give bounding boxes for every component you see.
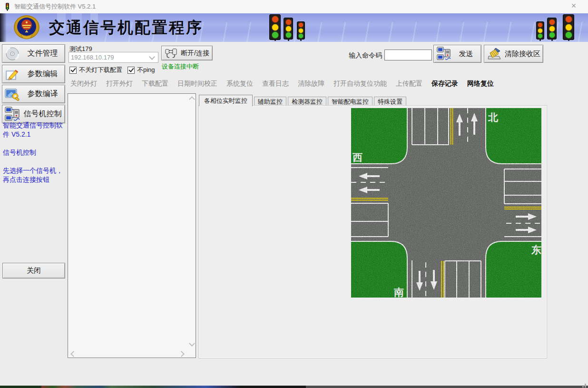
checkbox-box [69,67,77,74]
tab-special-settings[interactable]: 特殊设置 [374,97,406,106]
cd-icon [4,46,20,61]
tab-detector-monitor[interactable]: 检测器监控 [288,97,326,106]
command-code-input[interactable] [384,50,432,60]
tab-smart-power-monitor[interactable]: 智能配电监控 [328,97,372,106]
sidebar-button-file-management[interactable]: 文件管理 [2,44,65,63]
scroll-left-button[interactable] [69,350,77,358]
check-icon [70,67,76,72]
receive-area-panel[interactable] [68,93,196,358]
traffic-light-decoration [563,14,574,41]
scroll-up-button[interactable] [188,95,196,102]
checkbox-download-no-lightoff[interactable]: 不关灯下载配置 [69,66,122,74]
plug-connector-icon [165,48,178,59]
pencil-icon [4,67,20,82]
sidebar-mode-text: 信号机控制 [3,148,66,157]
connect-disconnect-button[interactable]: 断开/连接 [161,46,213,60]
menu-item-save-record[interactable]: 保存记录 [431,80,458,88]
traffic-light-decoration [284,18,293,41]
command-menu-row: 关闭外灯 打开外灯 下载配置 日期时间校正 系统复位 查看日志 清除故障 打开自… [70,80,494,88]
send-button[interactable]: 发送 [433,45,481,63]
app-window: 智能交通信号控制软件 V5.2.1 × 交通信号机配置程序 [0,0,588,388]
menu-item-system-reset[interactable]: 系统复位 [226,80,253,88]
clear-receive-area-button[interactable]: 清除接收区 [484,45,543,63]
sidebar-button-parameter-compile[interactable]: 参数编译 [2,85,65,103]
connect-button-label: 断开/连接 [178,49,212,58]
traffic-light-decoration [297,21,305,41]
checkbox-box [127,67,135,74]
traffic-light-decoration [269,14,281,41]
menu-item-open-external-lights[interactable]: 打开外灯 [106,80,133,88]
menu-item-clear-fault[interactable]: 清除故障 [298,80,324,88]
menu-item-download-config[interactable]: 下载配置 [142,80,168,88]
menu-item-view-log[interactable]: 查看日志 [262,80,289,88]
app-traffic-light-icon [4,3,11,11]
traffic-light-decoration [547,18,557,41]
intersection-monitor: 北 西 南 东 [351,108,541,298]
device-ip-combobox[interactable]: 192.168.10.179 [69,52,158,63]
titlebar: 智能交通信号控制软件 V5.2.1 × [0,0,588,13]
texture-noise [351,108,541,298]
close-icon[interactable]: × [568,1,579,11]
close-app-button[interactable]: 关闭 [2,263,65,279]
connection-status-text: 设备连接中断 [162,62,199,71]
sidebar-app-version-text: 智能交通信号控制软件 V5.2.1 [3,121,66,139]
sidebar-button-label: 参数编辑 [20,69,65,79]
police-badge-icon [12,15,41,40]
traffic-light-decoration [536,21,544,41]
menu-item-auto-reset-function[interactable]: 打开自动复位功能 [333,80,387,88]
scroll-right-button[interactable] [178,350,186,358]
clear-button-label: 清除接收区 [502,50,543,59]
computers-icon [4,107,20,122]
checkbox-label: 不关灯下载配置 [79,66,122,74]
sidebar-button-label: 信号机控制 [20,109,65,119]
resize-grip[interactable] [585,384,586,385]
menu-item-close-external-lights[interactable]: 关闭外灯 [70,80,97,88]
banner-edge-shadow [0,13,7,42]
sidebar-button-parameter-edit[interactable]: 参数编辑 [2,65,65,83]
device-ip-value: 192.168.10.179 [69,54,150,61]
menu-item-network-reset[interactable]: 网络复位 [467,80,494,88]
header-banner: 交通信号机配置程序 [0,13,588,42]
checkbox-label: 不ping [137,66,155,74]
checkbox-no-ping[interactable]: 不ping [127,66,155,74]
chevron-down-icon [149,54,155,60]
check-icon [128,67,134,72]
menu-item-datetime-correction[interactable]: 日期时间校正 [177,80,217,88]
sidebar-button-label: 参数编译 [20,89,65,99]
computers-icon [437,47,451,61]
tab-auxiliary-monitor[interactable]: 辅助监控 [254,97,286,106]
scroll-down-button[interactable] [188,340,196,348]
window-title: 智能交通信号控制软件 V5.2.1 [14,2,96,11]
tab-realtime-phase-monitor[interactable]: 各相位实时监控 [199,95,253,106]
compile-wrench-icon [4,87,20,102]
monitor-tabs: 各相位实时监控 辅助监控 检测器监控 智能配电监控 特殊设置 [199,95,408,106]
menu-item-upload-config[interactable]: 上传配置 [396,80,422,88]
broom-icon [487,47,502,61]
command-code-label: 输入命令码 [349,51,382,60]
sidebar-button-label: 文件管理 [20,49,65,59]
banner-title: 交通信号机配置程序 [49,17,203,39]
send-button-label: 发送 [451,50,481,59]
bottom-edge-strip [0,386,588,388]
sidebar-hint-text: 先选择一个信号机，再点击连接按钮 [3,166,66,184]
